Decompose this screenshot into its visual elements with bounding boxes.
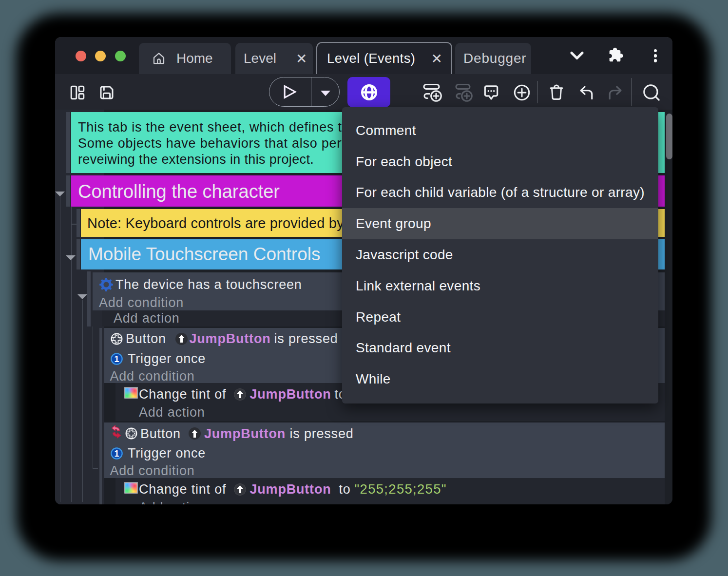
svg-text:1: 1: [114, 449, 119, 459]
svg-text:1: 1: [114, 354, 119, 364]
